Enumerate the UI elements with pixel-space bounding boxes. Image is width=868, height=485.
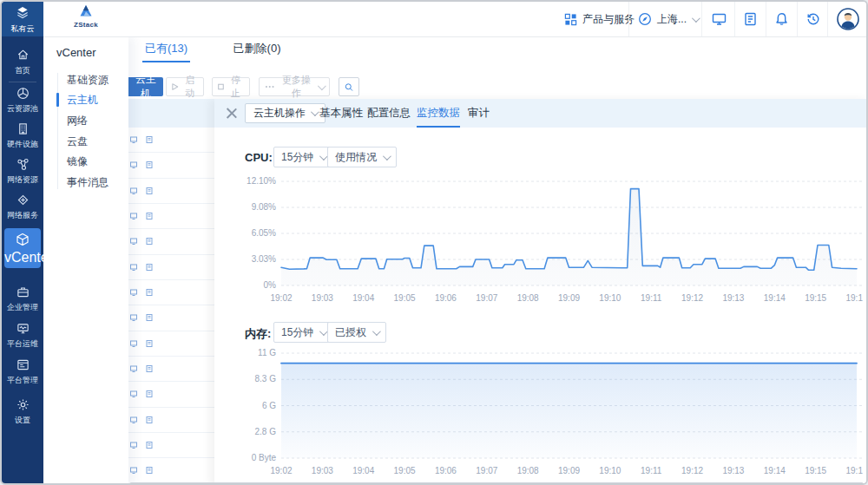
- sidebar-item-enterprise[interactable]: 企业管理: [2, 285, 43, 312]
- svg-text:19:06: 19:06: [435, 293, 457, 303]
- sidebar-item-resource-pool[interactable]: 云资源池: [2, 87, 43, 114]
- list-item[interactable]: [128, 204, 214, 229]
- vm-console-icon: [130, 187, 137, 194]
- header-separator: [827, 2, 828, 36]
- vm-doc-icon: [146, 161, 153, 168]
- list-item[interactable]: [128, 382, 214, 407]
- sidebar-item-home[interactable]: 首页: [2, 49, 43, 75]
- document-button[interactable]: [744, 12, 757, 29]
- svg-text:19:02: 19:02: [270, 293, 292, 303]
- vm-doc-icon: [146, 238, 153, 245]
- vm-doc-icon: [146, 390, 153, 397]
- network-nodes-icon: [16, 158, 30, 171]
- vm-doc-icon: [146, 365, 153, 372]
- drawer-item-network[interactable]: 网络: [67, 114, 88, 128]
- chevron-down-icon: [383, 152, 391, 161]
- search-button[interactable]: [339, 77, 359, 96]
- drawer-item-image[interactable]: 镜像: [67, 154, 88, 168]
- svg-text:19:14: 19:14: [764, 293, 786, 303]
- briefcase-icon: [16, 285, 30, 298]
- svg-text:0 Byte: 0 Byte: [252, 453, 277, 462]
- list-item[interactable]: [128, 433, 214, 458]
- vm-doc-icon: [146, 340, 153, 347]
- list-item[interactable]: [128, 357, 214, 382]
- sidebar-item-platform-mgmt[interactable]: 平台管理: [2, 358, 43, 385]
- list-item[interactable]: [128, 331, 214, 357]
- svg-text:6.05%: 6.05%: [252, 228, 276, 238]
- vm-console-icon: [130, 136, 137, 143]
- drawer-item-vm[interactable]: 云主机: [67, 93, 98, 107]
- svg-text:19:13: 19:13: [722, 293, 744, 303]
- vm-doc-icon: [146, 187, 153, 194]
- stop-icon: [218, 83, 224, 90]
- sidebar-item-label: 设置: [2, 416, 43, 425]
- svg-text:19:05: 19:05: [394, 293, 416, 303]
- private-cloud-brand[interactable]: 私有云: [2, 2, 43, 36]
- products-services-label: 产品与服务: [582, 12, 635, 27]
- products-services-button[interactable]: 产品与服务: [564, 2, 635, 36]
- svg-text:9.08%: 9.08%: [252, 202, 276, 212]
- memory-period-select[interactable]: 15分钟: [273, 322, 333, 343]
- tab-config-info[interactable]: 配置信息: [367, 99, 411, 128]
- tab-basic-properties[interactable]: 基本属性: [319, 99, 363, 128]
- svg-text:19:09: 19:09: [558, 466, 580, 475]
- vm-doc-icon: [146, 442, 153, 449]
- list-item[interactable]: [128, 408, 214, 433]
- svg-text:19:12: 19:12: [681, 293, 703, 303]
- list-item[interactable]: [128, 280, 214, 305]
- list-item[interactable]: [128, 458, 214, 482]
- sidebar-item-hardware[interactable]: 硬件设施: [2, 122, 43, 149]
- console-button[interactable]: [712, 12, 727, 29]
- drawer-item-volume[interactable]: 云盘: [67, 134, 88, 148]
- list-item[interactable]: [128, 229, 214, 254]
- cpu-period-select[interactable]: 15分钟: [273, 147, 333, 167]
- notifications-button[interactable]: [775, 12, 788, 29]
- avatar-icon: [837, 8, 859, 30]
- sidebar-item-label: 网络服务: [2, 211, 43, 220]
- zstack-logo-icon: [79, 4, 93, 17]
- list-item[interactable]: [128, 255, 214, 280]
- history-button[interactable]: [806, 12, 820, 29]
- sidebar-item-vcenter[interactable]: vCenter: [4, 228, 41, 268]
- tab-deleted[interactable]: 已删除(0): [231, 36, 284, 61]
- start-vm-button[interactable]: 启动: [166, 77, 204, 96]
- bell-icon: [775, 12, 788, 26]
- zstack-logo[interactable]: ZStack: [67, 4, 105, 34]
- sidebar-item-platform-ops[interactable]: 平台运维: [2, 322, 43, 349]
- sidebar-item-network-resource[interactable]: 网络资源: [2, 158, 43, 185]
- cpu-metric-select[interactable]: 使用情况: [327, 147, 397, 167]
- tab-monitoring-data[interactable]: 监控数据: [417, 99, 460, 128]
- list-item[interactable]: [128, 305, 214, 331]
- tab-existing[interactable]: 已有(13): [142, 36, 190, 62]
- vm-console-icon: [130, 442, 137, 449]
- brand-label: 私有云: [2, 23, 43, 35]
- document-icon: [744, 12, 757, 26]
- region-selector[interactable]: 上海...: [638, 2, 698, 36]
- close-icon[interactable]: [225, 107, 238, 120]
- stop-vm-button[interactable]: 停止: [212, 77, 250, 96]
- user-avatar[interactable]: [837, 8, 859, 34]
- sidebar-item-label: vCenter: [4, 250, 53, 265]
- list-item[interactable]: [128, 179, 214, 204]
- more-actions-button[interactable]: 更多操作: [259, 77, 330, 96]
- drawer-item-basic-resource[interactable]: 基础资源: [67, 73, 108, 87]
- detail-header-band: 云主机操作 基本属性 配置信息 监控数据 审计: [214, 99, 868, 128]
- memory-metric-select[interactable]: 已授权: [327, 322, 386, 343]
- tab-audit[interactable]: 审计: [468, 99, 490, 128]
- vm-actions-button[interactable]: 云主机操作: [245, 103, 326, 123]
- sidebar-item-settings[interactable]: 设置: [2, 398, 43, 425]
- sidebar-item-label: 平台管理: [2, 376, 43, 385]
- diamond-service-icon: [16, 193, 30, 206]
- vm-console-icon: [130, 416, 137, 423]
- svg-text:12.10%: 12.10%: [247, 176, 276, 186]
- list-item[interactable]: [128, 153, 214, 178]
- drawer-item-events[interactable]: 事件消息: [67, 175, 108, 189]
- sidebar-item-network-service[interactable]: 网络服务: [2, 193, 43, 220]
- cpu-chart: 12.10%9.08%6.05%3.03%0%19:0219:0319:0419…: [245, 175, 863, 307]
- grid-icon: [564, 13, 577, 26]
- vm-console-icon: [130, 467, 137, 474]
- vm-doc-icon: [146, 213, 153, 220]
- create-vm-button[interactable]: 云主机: [128, 77, 163, 96]
- chevron-down-icon: [318, 82, 326, 90]
- list-item[interactable]: [128, 128, 214, 153]
